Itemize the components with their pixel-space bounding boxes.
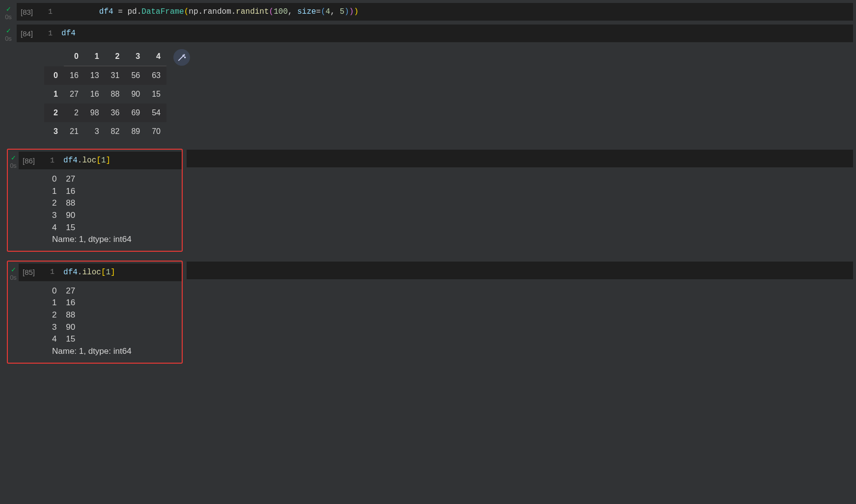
column-header: 4 bbox=[146, 47, 166, 66]
code-input-continuation[interactable] bbox=[187, 262, 853, 279]
cell-output: 0123401613315663127168890152298366954321… bbox=[44, 47, 856, 141]
cell-value: 69 bbox=[125, 104, 146, 122]
highlight-box: ✓ 0s [85] 1 df4.iloc[1] 0 27 1 16 2 88 3… bbox=[7, 261, 183, 364]
code-text: df4 bbox=[61, 29, 76, 38]
column-header: 0 bbox=[64, 47, 84, 66]
svg-point-0 bbox=[185, 57, 186, 58]
exec-count: [86] bbox=[22, 156, 36, 166]
cell-value: 2 bbox=[64, 104, 84, 122]
row-index: 1 bbox=[44, 85, 64, 104]
cell-value: 90 bbox=[125, 85, 146, 104]
code-input[interactable]: [86] 1 df4.loc[1] bbox=[19, 152, 182, 169]
table-row: 3213828970 bbox=[44, 122, 166, 141]
exec-time: 0s bbox=[10, 162, 17, 169]
cell-gutter: ✓ 0s bbox=[8, 152, 19, 169]
cell-value: 88 bbox=[105, 85, 126, 104]
exec-time: 0s bbox=[5, 13, 12, 21]
cell-value: 27 bbox=[64, 85, 84, 104]
cell-value: 98 bbox=[84, 104, 105, 122]
cell-gutter: ✓ 0s bbox=[0, 3, 17, 21]
cell-value: 56 bbox=[125, 66, 146, 85]
exec-count: [85] bbox=[22, 267, 36, 277]
cell-value: 16 bbox=[84, 85, 105, 104]
cell-value: 15 bbox=[146, 85, 166, 104]
cell-value: 3 bbox=[84, 122, 105, 141]
series-output: 0 27 1 16 2 88 3 90 4 15 Name: 1, dtype:… bbox=[52, 173, 182, 246]
cell-value: 21 bbox=[64, 122, 84, 141]
cell-value: 89 bbox=[125, 122, 146, 141]
code-cell: ✓ 0s [83] 1 df4 = pd.DataFrame(np.random… bbox=[0, 3, 856, 21]
code-input-continuation[interactable] bbox=[187, 150, 853, 167]
cell-value: 70 bbox=[146, 122, 166, 141]
code-input[interactable]: [84] 1 df4 bbox=[17, 25, 853, 42]
column-header: 2 bbox=[105, 47, 126, 66]
cell-value: 63 bbox=[146, 66, 166, 85]
table-row: 01613315663 bbox=[44, 66, 166, 85]
series-output: 0 27 1 16 2 88 3 90 4 15 Name: 1, dtype:… bbox=[52, 285, 182, 358]
table-row: 12716889015 bbox=[44, 85, 166, 104]
cell-gutter: ✓ 0s bbox=[0, 25, 17, 42]
row-index: 0 bbox=[44, 66, 64, 85]
cell-value: 82 bbox=[105, 122, 126, 141]
check-icon: ✓ bbox=[11, 155, 16, 161]
cell-value: 54 bbox=[146, 104, 166, 122]
exec-time: 0s bbox=[10, 274, 17, 281]
code-text: df4.iloc[1] bbox=[63, 268, 115, 277]
code-cell: ✓ 0s [84] 1 df4 012340161331566312716889… bbox=[0, 25, 856, 141]
exec-count: [83] bbox=[20, 7, 34, 17]
line-number: 1 bbox=[41, 268, 55, 276]
code-input[interactable]: [83] 1 df4 = pd.DataFrame(np.random.rand… bbox=[17, 3, 853, 21]
highlight-box: ✓ 0s [86] 1 df4.loc[1] 0 27 1 16 2 88 3 … bbox=[7, 149, 183, 252]
cell-value: 13 bbox=[84, 66, 105, 85]
line-number: 1 bbox=[39, 8, 53, 16]
table-row: 2298366954 bbox=[44, 104, 166, 122]
cell-value: 16 bbox=[64, 66, 84, 85]
check-icon: ✓ bbox=[6, 6, 11, 12]
exec-time: 0s bbox=[5, 35, 12, 42]
cell-value: 31 bbox=[105, 66, 126, 85]
column-header: 3 bbox=[125, 47, 146, 66]
exec-count: [84] bbox=[20, 28, 34, 39]
dataframe-table[interactable]: 0123401613315663127168890152298366954321… bbox=[44, 47, 166, 141]
cell-value: 36 bbox=[105, 104, 126, 122]
line-number: 1 bbox=[39, 29, 53, 38]
code-text: df4 = pd.DataFrame(np.random.randint(100… bbox=[61, 0, 359, 25]
column-header: 1 bbox=[84, 47, 105, 66]
code-text: df4.loc[1] bbox=[63, 156, 110, 165]
check-icon: ✓ bbox=[6, 27, 11, 34]
code-input[interactable]: [85] 1 df4.iloc[1] bbox=[19, 264, 182, 281]
line-number: 1 bbox=[41, 157, 55, 165]
magic-wand-icon[interactable] bbox=[173, 49, 190, 66]
check-icon: ✓ bbox=[11, 266, 16, 273]
row-index: 3 bbox=[44, 122, 64, 141]
row-index: 2 bbox=[44, 104, 64, 122]
cell-gutter: ✓ 0s bbox=[8, 264, 19, 281]
